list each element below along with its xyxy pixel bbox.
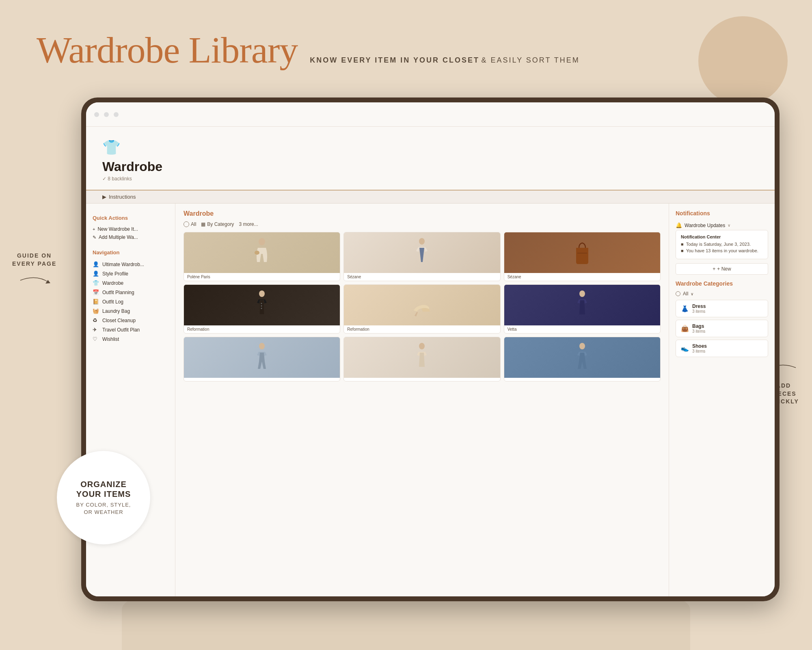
notification-center-title: Notification Center bbox=[681, 234, 763, 239]
filter-all-circle bbox=[676, 291, 680, 296]
more-label: 3 more... bbox=[239, 221, 258, 227]
bell-icon: 🔔 bbox=[676, 222, 682, 228]
filter-all-dot bbox=[184, 221, 189, 227]
bullet-icon-1: ■ bbox=[681, 242, 684, 247]
plus-icon: + bbox=[93, 227, 95, 232]
plus-new-icon: + bbox=[713, 266, 715, 272]
topbar-dot-3 bbox=[114, 112, 119, 117]
clothing-card-4[interactable]: Reformation bbox=[184, 284, 340, 334]
basket-icon: 🧺 bbox=[93, 308, 99, 314]
clothing-card-1[interactable]: Polène Paris bbox=[184, 232, 340, 281]
categories-filter-label: All bbox=[683, 291, 688, 297]
person-icon-2: 👤 bbox=[93, 271, 99, 277]
clothing-card-5[interactable]: Reformation bbox=[343, 284, 500, 334]
categories-filter[interactable]: All ∨ bbox=[676, 291, 768, 297]
svg-point-13 bbox=[579, 343, 585, 349]
left-annotation: GUIDE ON EVERY PAGE bbox=[12, 252, 56, 292]
bags-count: 3 items bbox=[692, 329, 763, 334]
category-dress[interactable]: 👗 Dress 3 items bbox=[676, 300, 768, 317]
backlinks-count: ✓ 8 backlinks bbox=[102, 176, 758, 182]
clothing-image-4 bbox=[184, 285, 340, 325]
category-shoes[interactable]: 👟 Shoes 3 items bbox=[676, 340, 768, 357]
wardrobe-page-title: Wardrobe bbox=[102, 159, 758, 174]
dress-name: Dress bbox=[692, 303, 763, 309]
nav-item-wardrobe[interactable]: 👕 Wardrobe bbox=[93, 278, 168, 288]
svg-point-9 bbox=[261, 308, 262, 309]
nav-label-laundry: Laundry Bag bbox=[102, 308, 130, 314]
updates-chevron: ∨ bbox=[728, 223, 730, 228]
edit-icon: ✎ bbox=[93, 235, 96, 240]
nav-item-ultimate[interactable]: 👤 Ultimate Wardrob... bbox=[93, 260, 168, 269]
clothing-image-1 bbox=[184, 232, 340, 273]
clothing-card-8[interactable] bbox=[343, 337, 500, 381]
svg-point-7 bbox=[261, 303, 262, 304]
filter-by-category[interactable]: ▦ By Category bbox=[201, 221, 234, 227]
clothing-label-2: Sézane bbox=[344, 273, 500, 281]
filter-all[interactable]: All bbox=[184, 221, 196, 227]
page-title: Wardrobe Library bbox=[37, 28, 298, 72]
category-bags[interactable]: 👜 Bags 3 items bbox=[676, 320, 768, 337]
nav-item-outfit-log[interactable]: 📔 Outfit Log bbox=[93, 297, 168, 306]
filter-more[interactable]: 3 more... bbox=[239, 221, 258, 227]
nav-item-closet-cleanup[interactable]: ♻ Closet Cleanup bbox=[93, 316, 168, 325]
grid-icon: ▦ bbox=[201, 221, 205, 227]
svg-point-12 bbox=[419, 343, 425, 349]
filter-all-label: All bbox=[191, 221, 196, 227]
screen-hero: 👕 Wardrobe ✓ 8 backlinks bbox=[86, 127, 775, 191]
clothing-card-3[interactable]: Sézane bbox=[504, 232, 661, 281]
clothing-card-7[interactable] bbox=[184, 337, 340, 381]
device-screen: 👕 Wardrobe ✓ 8 backlinks ▶ Instructions … bbox=[86, 102, 775, 596]
shoes-name: Shoes bbox=[692, 343, 763, 349]
nav-item-laundry[interactable]: 🧺 Laundry Bag bbox=[93, 306, 168, 316]
clothing-card-2[interactable]: Sézane bbox=[343, 232, 500, 281]
nav-item-style-profile[interactable]: 👤 Style Profile bbox=[93, 269, 168, 278]
wardrobe-tshirt-icon: 👕 bbox=[102, 139, 758, 156]
add-multiple-action[interactable]: ✎ Add Multiple Wa... bbox=[93, 233, 168, 241]
nav-item-wishlist[interactable]: ♡ Wishlist bbox=[93, 334, 168, 344]
clothing-card-6[interactable]: Vetta bbox=[504, 284, 661, 334]
bg-circle bbox=[698, 16, 788, 106]
nav-item-travel[interactable]: ✈ Travel Outfit Plan bbox=[93, 325, 168, 334]
new-wardrobe-action[interactable]: + New Wardrobe It... bbox=[93, 225, 168, 233]
calendar-icon: 📅 bbox=[93, 289, 99, 295]
filter-bar: All ▦ By Category 3 more... bbox=[184, 221, 661, 227]
wardrobe-section-heading: Wardrobe bbox=[184, 210, 661, 217]
wardrobe-updates-item[interactable]: 🔔 Wardrobe Updates ∨ bbox=[676, 221, 768, 230]
filter-chevron: ∨ bbox=[691, 292, 693, 296]
nav-item-outfit-planning[interactable]: 📅 Outfit Planning bbox=[93, 288, 168, 297]
circle-badge: ORGANIZE YOUR ITEMS BY COLOR, STYLE, OR … bbox=[57, 451, 150, 544]
svg-point-2 bbox=[259, 238, 265, 245]
quick-actions-title: Quick Actions bbox=[93, 215, 168, 221]
svg-marker-0 bbox=[45, 280, 50, 284]
nav-label-style-profile: Style Profile bbox=[102, 271, 128, 277]
center-content: Wardrobe All ▦ By Category 3 more... bbox=[175, 204, 669, 596]
topbar-dot-2 bbox=[104, 112, 109, 117]
shoes-icon: 👟 bbox=[681, 344, 689, 352]
topbar-dot-1 bbox=[94, 112, 99, 117]
clothing-image-5 bbox=[344, 285, 500, 325]
page-subtitle: KNOW EVERY ITEM IN YOUR CLOSET & EASILY … bbox=[310, 56, 580, 65]
svg-point-4 bbox=[419, 238, 425, 245]
clothing-label-4: Reformation bbox=[184, 325, 340, 333]
clothing-card-9[interactable] bbox=[504, 337, 661, 381]
clothing-label-1: Polène Paris bbox=[184, 273, 340, 281]
bags-icon: 👜 bbox=[681, 325, 689, 332]
add-multiple-label: Add Multiple Wa... bbox=[99, 234, 138, 240]
nav-label-ultimate: Ultimate Wardrob... bbox=[102, 262, 144, 267]
navigation-title: Navigation bbox=[93, 249, 168, 256]
svg-point-10 bbox=[579, 290, 585, 297]
book-icon: 📔 bbox=[93, 299, 99, 305]
instructions-label: Instructions bbox=[109, 194, 136, 200]
clothing-label-6: Vetta bbox=[504, 325, 660, 333]
new-button[interactable]: + + New bbox=[676, 263, 768, 275]
clothing-label-8 bbox=[344, 378, 500, 381]
svg-point-11 bbox=[259, 343, 265, 349]
dress-info: Dress 3 items bbox=[692, 303, 763, 314]
new-wardrobe-label: New Wardrobe It... bbox=[97, 226, 138, 232]
wardrobe-updates-label: Wardrobe Updates bbox=[685, 223, 725, 228]
instructions-bar[interactable]: ▶ Instructions bbox=[86, 191, 775, 204]
notification-item-2: ■ You have 13 items in your wardrobe. bbox=[681, 248, 763, 253]
person-icon-1: 👤 bbox=[93, 261, 99, 267]
clothing-image-9 bbox=[504, 337, 660, 378]
nav-label-closet-cleanup: Closet Cleanup bbox=[102, 318, 136, 323]
